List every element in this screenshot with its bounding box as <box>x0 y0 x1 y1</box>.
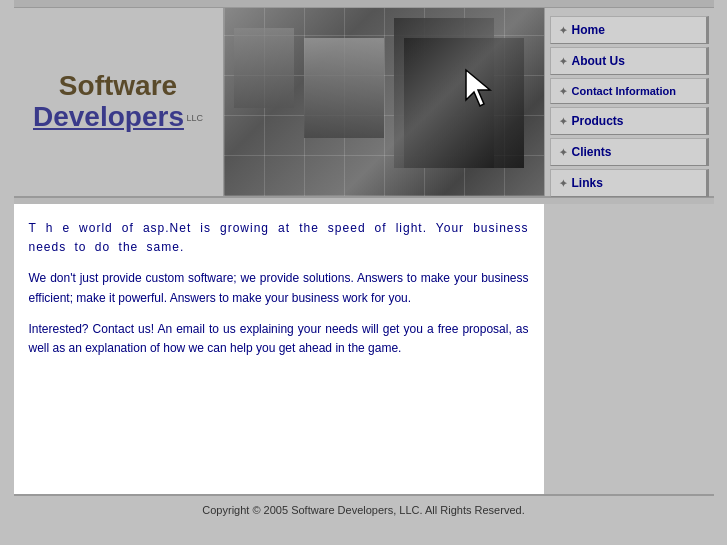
logo: Software Developers LLC <box>33 71 203 133</box>
cursor-icon <box>464 68 494 108</box>
nav-products-label: Products <box>572 114 624 128</box>
nav-home[interactable]: ✦ Home <box>550 16 709 44</box>
content-para-2: We don't just provide custom software; w… <box>29 269 529 307</box>
logo-developers: Developers <box>33 101 184 132</box>
main-content: T h e world of asp.Net is growing at the… <box>14 204 544 494</box>
content-area: T h e world of asp.Net is growing at the… <box>14 204 714 494</box>
content-para-3: Interested? Contact us! An email to us e… <box>29 320 529 358</box>
nav-products[interactable]: ✦ Products <box>550 107 709 135</box>
banner-image <box>224 8 544 196</box>
top-bar <box>14 0 714 8</box>
content-para-1: T h e world of asp.Net is growing at the… <box>29 219 529 257</box>
footer: Copyright © 2005 Software Developers, LL… <box>14 494 714 524</box>
nav-bullet: ✦ <box>559 25 567 36</box>
nav-clients-label: Clients <box>572 145 612 159</box>
nav-column: ✦ Home ✦ About Us ✦ Contact Information … <box>544 8 714 196</box>
side-spacer <box>544 204 714 494</box>
nav-bullet: ✦ <box>559 116 567 127</box>
nav-bullet: ✦ <box>559 178 567 189</box>
nav-about-label: About Us <box>572 54 625 68</box>
nav-contact[interactable]: ✦ Contact Information <box>550 78 709 104</box>
nav-contact-label: Contact Information <box>572 85 677 97</box>
logo-llc: LLC <box>184 113 203 123</box>
nav-bullet: ✦ <box>559 86 567 97</box>
header: Software Developers LLC ✦ Home ✦ <box>14 8 714 198</box>
nav-bullet: ✦ <box>559 147 567 158</box>
nav-links-label: Links <box>572 176 603 190</box>
nav-bullet: ✦ <box>559 56 567 67</box>
svg-marker-0 <box>466 70 490 106</box>
nav-clients[interactable]: ✦ Clients <box>550 138 709 166</box>
logo-area: Software Developers LLC <box>14 8 224 196</box>
nav-about[interactable]: ✦ About Us <box>550 47 709 75</box>
logo-software: Software <box>33 71 203 102</box>
footer-copyright: Copyright © 2005 Software Developers, LL… <box>202 504 524 516</box>
nav-home-label: Home <box>572 23 605 37</box>
nav-links[interactable]: ✦ Links <box>550 169 709 197</box>
